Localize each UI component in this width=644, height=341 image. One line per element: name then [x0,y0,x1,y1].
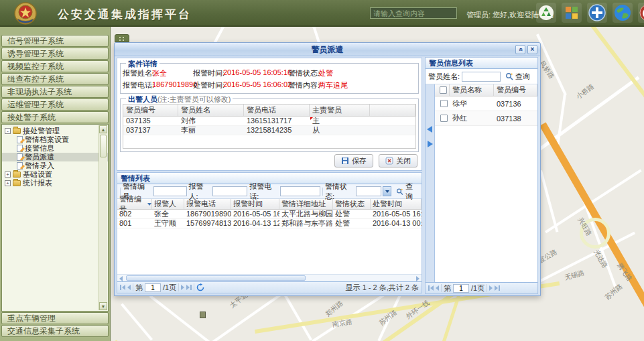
row-checkbox[interactable] [440,115,448,122]
refresh-icon[interactable] [196,283,204,291]
tree-scrollbar[interactable]: ▲ ▼ [99,125,107,310]
close-icon[interactable]: × [527,45,537,54]
tree-node-statistics[interactable]: + 统计报表 [2,179,108,188]
sidebar-item-traffic-collection[interactable]: 交通信息采集子系统 [1,325,109,337]
column-header[interactable]: 警员姓名 [178,105,244,116]
sidebar-item-dispatch-system[interactable]: 接处警子系统 [1,111,109,123]
sidebar-item-video[interactable]: 视频监控子系统 [1,60,109,72]
dialog-body: 案件详情 报警姓名: 张全 报警时间: 2016-05-05 16:05:16 … [116,57,539,294]
fieldset-legend: 案件详情 [126,59,159,69]
officer-query-button[interactable]: 查询 [503,71,533,82]
collapse-minus-icon[interactable]: - [5,128,11,134]
first-page-button[interactable] [120,285,125,290]
column-header[interactable]: 警员编号 [123,105,178,116]
field-label: 报警姓名: [123,68,154,78]
column-header[interactable]: 报警时间 [231,199,279,209]
scroll-left-icon[interactable] [117,275,125,281]
document-icon [17,153,23,161]
officer-pagination: 第 /1页 [426,282,537,293]
editable-cell[interactable]: 主 [310,117,370,125]
power-icon[interactable] [638,3,644,23]
table-row[interactable]: 037135 刘伟 13615131717 主 [123,117,415,126]
last-page-button[interactable] [186,285,192,290]
close-button[interactable]: 关闭 [379,154,417,167]
status-select[interactable] [356,186,381,196]
expand-plus-icon[interactable]: + [5,172,11,178]
scroll-down-icon[interactable]: ▼ [99,302,107,310]
sort-desc-icon [147,203,151,206]
move-right-arrow-icon[interactable] [428,141,433,147]
scrollbar-thumb[interactable] [126,275,306,281]
column-header[interactable]: 处警时间 [371,199,422,209]
tree-node-alarm-info[interactable]: 接警信息 [2,144,108,153]
recycle-icon[interactable] [536,3,556,23]
move-left-arrow-icon[interactable] [427,126,432,133]
editable-cell[interactable]: 从 [310,126,370,135]
save-button[interactable]: 保存 [334,154,373,167]
apps-grid-icon[interactable] [562,3,582,23]
caller-input[interactable] [212,186,247,196]
scrollbar-thumb[interactable] [100,135,107,157]
case-detail-panel: 案件详情 报警姓名: 张全 报警时间: 2016-05-05 16:05:16 … [117,58,422,171]
scroll-right-icon[interactable] [414,275,422,281]
horizontal-scrollbar[interactable] [117,274,422,281]
case-id-input[interactable] [153,186,187,196]
table-row[interactable]: 801 王守顺 15769974813 2016-04-13 12:... 郑和… [117,219,422,228]
column-header[interactable]: 报警电话 [184,199,231,209]
panel-collapse-handle[interactable] [115,34,129,42]
scroll-up-icon[interactable]: ▲ [99,125,107,133]
sidebar-item-ops[interactable]: 运维管理子系统 [1,98,109,111]
page-number-input[interactable] [145,283,161,292]
row-checkbox[interactable] [440,100,448,107]
prev-page-button[interactable] [127,285,131,290]
case-list-filter-toolbar: 警情编号: 报警人: 报警电话: 警情状态: 查询 [117,184,422,199]
app-title: 公安交通集成指挥平台 [58,7,192,22]
table-row[interactable]: 徐华 037136 [435,96,537,111]
column-header[interactable]: 警情状态 [333,199,371,209]
last-page-button[interactable] [495,285,500,291]
page-number-input[interactable] [453,284,469,293]
table-row[interactable]: 037137 李丽 13215814235 从 [123,126,415,135]
tree-node-archive-settings[interactable]: 警情档案设置 [2,135,108,144]
sidebar-item-investigation[interactable]: 缉查布控子系统 [1,73,109,85]
field-value: 两车追尾 [318,80,348,90]
page-total-label: /1页 [163,283,176,293]
next-page-button[interactable] [489,285,493,291]
select-all-checkbox[interactable] [435,84,450,96]
sidebar-item-key-vehicles[interactable]: 重点车辆管理 [1,312,109,324]
column-header[interactable]: 警情详细地址 [279,199,333,209]
expand-plus-icon[interactable]: + [5,180,11,186]
collapse-icon[interactable]: « [515,45,525,54]
field-label: 处警时间: [193,80,224,90]
next-page-button[interactable] [181,285,184,290]
case-list-pagination: 第 /1页 显示 1 - 2 条,共计 2 条 [117,281,422,293]
column-header[interactable]: 警员名称 [450,84,494,96]
table-row[interactable]: 孙红 037138 [435,111,537,126]
globe-icon[interactable] [613,3,633,23]
officer-name-input[interactable] [462,72,501,82]
tree-node-basic-settings[interactable]: + 基础设置 [2,170,108,179]
first-page-button[interactable] [428,285,434,291]
dialog-titlebar[interactable]: 警员派遣 « × [115,43,540,56]
phone-input[interactable] [280,186,320,196]
close-window-icon [385,157,393,165]
tree-node-officer-dispatch[interactable]: 警员派遣 [2,153,108,161]
field-value: 2016-05-05 16:05:16 [223,68,292,76]
column-header-sorted[interactable]: 警情编号 [117,199,152,209]
global-search-input[interactable] [370,7,457,19]
page-label: 第 [444,283,451,293]
tree-node-case-entry[interactable]: 警情录入 [2,161,108,170]
prev-page-button[interactable] [436,285,439,291]
chevron-down-icon[interactable] [383,186,392,196]
sidebar-item-signal[interactable]: 信号管理子系统 [1,35,109,47]
column-header[interactable]: 报警人 [152,199,184,209]
map-road [121,303,153,340]
folder-icon [13,128,21,134]
column-header[interactable]: 主责警员 [310,105,370,116]
column-header[interactable]: 警员电话 [244,105,310,116]
add-icon[interactable] [587,3,607,23]
sidebar-item-guidance[interactable]: 诱导管理子系统 [1,48,109,60]
table-row[interactable]: 802 张全 18679019890 2016-05-05 16:... 太平北… [117,210,422,219]
column-header[interactable]: 警员编号 [494,84,537,96]
sidebar-item-offsite[interactable]: 非现场执法子系统 [1,86,109,98]
